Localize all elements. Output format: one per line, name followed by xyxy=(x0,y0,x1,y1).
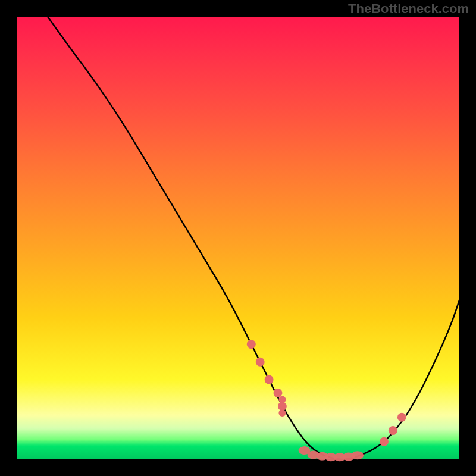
watermark-text: TheBottleneck.com xyxy=(348,1,469,17)
marker-point xyxy=(278,409,286,416)
marker-point xyxy=(278,396,286,403)
bottleneck-curve xyxy=(48,17,459,459)
marker-point xyxy=(397,413,406,422)
marker-point xyxy=(256,358,265,367)
plot-area xyxy=(17,17,459,459)
marker-point xyxy=(274,389,283,397)
marker-point xyxy=(389,426,397,435)
marker-point xyxy=(247,340,256,349)
sample-markers xyxy=(247,340,406,461)
marker-point xyxy=(352,451,364,459)
chart-container: TheBottleneck.com xyxy=(0,0,476,476)
marker-point xyxy=(380,437,389,446)
marker-point xyxy=(265,375,274,384)
curve-layer xyxy=(17,17,459,459)
